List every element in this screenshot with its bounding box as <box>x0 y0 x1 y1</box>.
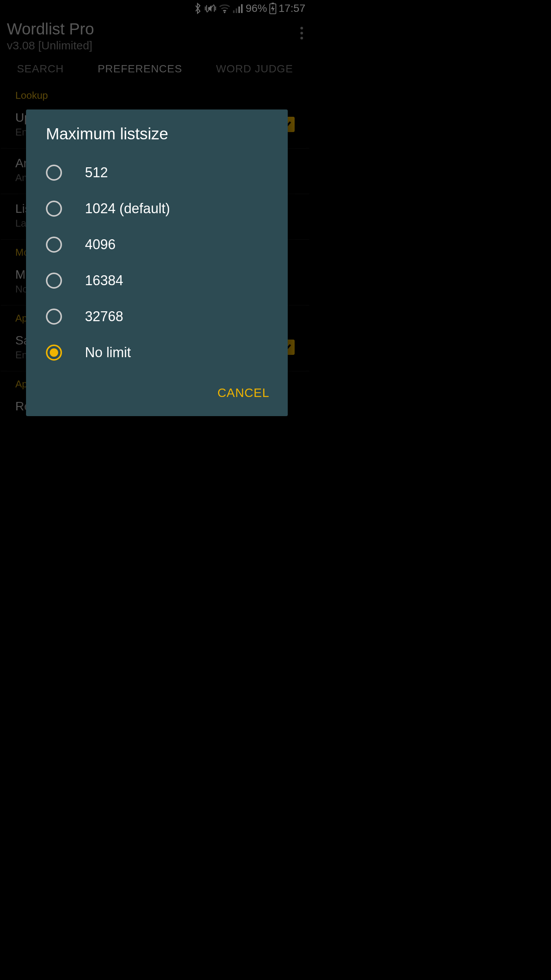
option-label: 16384 <box>85 273 123 289</box>
radio-unchecked-icon <box>46 237 62 253</box>
option-label: 512 <box>85 165 108 181</box>
option-4096[interactable]: 4096 <box>26 227 288 263</box>
radio-unchecked-icon <box>46 309 62 325</box>
option-label: 4096 <box>85 237 116 253</box>
dialog-options: 512 1024 (default) 4096 16384 32768 No l… <box>26 147 288 382</box>
option-1024[interactable]: 1024 (default) <box>26 191 288 227</box>
option-16384[interactable]: 16384 <box>26 263 288 299</box>
dialog-title: Maximum listsize <box>26 109 288 147</box>
radio-unchecked-icon <box>46 165 62 181</box>
cancel-button[interactable]: CANCEL <box>217 386 269 400</box>
option-512[interactable]: 512 <box>26 155 288 191</box>
option-label: No limit <box>85 345 131 361</box>
radio-checked-icon <box>46 345 62 361</box>
radio-unchecked-icon <box>46 273 62 289</box>
option-no-limit[interactable]: No limit <box>26 335 288 371</box>
option-label: 32768 <box>85 309 123 325</box>
option-label: 1024 (default) <box>85 201 170 217</box>
radio-unchecked-icon <box>46 201 62 217</box>
option-32768[interactable]: 32768 <box>26 299 288 335</box>
dialog-maximum-listsize: Maximum listsize 512 1024 (default) 4096… <box>26 109 288 416</box>
